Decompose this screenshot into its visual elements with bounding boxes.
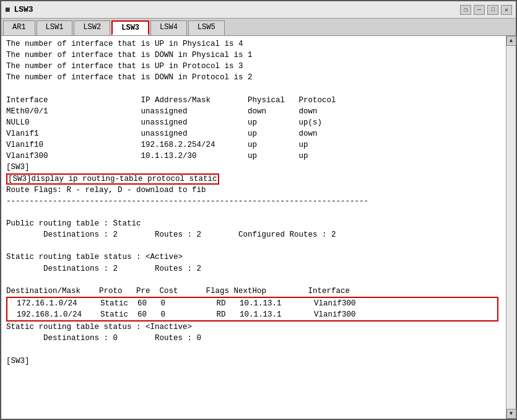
highlighted-command: [SW3]display ip routing-table protocol s… [6, 173, 219, 185]
table-header: Destination/Mask Proto Pre Cost Flags Ne… [6, 287, 350, 295]
cmd-line: [SW3]display ip routing-table protocol s… [6, 173, 219, 185]
inactive-destinations: Destinations : 0 Routes : 0 [6, 334, 201, 343]
restore-button[interactable]: ❐ [460, 5, 471, 15]
tab-ar1[interactable]: AR1 [3, 20, 35, 35]
active-destinations: Destinations : 2 Routes : 2 [6, 265, 201, 273]
scroll-up-button[interactable]: ▲ [506, 36, 516, 46]
dashes: ----------------------------------------… [6, 197, 368, 206]
title-bar-left: ■ LSW3 [5, 5, 33, 15]
line-3: The number of interface that is UP in Pr… [6, 62, 243, 71]
scrollbar: ▲ ▼ [506, 36, 516, 419]
prompt1: [SW3] [6, 163, 30, 172]
close-button[interactable]: ✕ [501, 5, 512, 15]
table-row-1: 172.16.1.0/24 Static 60 0 RD 10.1.13.1 V… [7, 299, 356, 308]
row-meth: MEth0/0/1 unassigned down down [6, 107, 318, 116]
tab-lsw3[interactable]: LSW3 [111, 20, 149, 35]
window-icon: ■ [5, 5, 10, 15]
line-4: The number of interface that is DOWN in … [6, 73, 253, 82]
iface-header: Interface IP Address/Mask Physical Proto… [6, 96, 336, 105]
table-rows: 172.16.1.0/24 Static 60 0 RD 10.1.13.1 V… [6, 297, 498, 322]
title-controls: ❐ — □ ✕ [460, 5, 512, 15]
prompt-final: [SW3] [6, 357, 30, 365]
row-vlanif10: Vlanif10 192.168.2.254/24 up up [6, 141, 308, 149]
route-flags: Route Flags: R - relay, D - download to … [6, 186, 206, 195]
scroll-down-button[interactable]: ▼ [506, 409, 516, 419]
tab-bar: AR1 LSW1 LSW2 LSW3 LSW4 LSW5 [1, 19, 516, 36]
minimize-button[interactable]: — [474, 5, 485, 15]
line-1: The number of interface that is UP in Ph… [6, 40, 243, 48]
content-area: The number of interface that is UP in Ph… [1, 36, 516, 419]
tab-lsw5[interactable]: LSW5 [188, 20, 225, 35]
main-window: ■ LSW3 ❐ — □ ✕ AR1 LSW1 LSW2 LSW3 LSW4 L… [0, 0, 517, 420]
pub-destinations: Destinations : 2 Routes : 2 Configured R… [6, 230, 336, 239]
table-row-2: 192.168.1.0/24 Static 60 0 RD 10.1.13.1 … [7, 310, 356, 319]
scroll-track[interactable] [506, 46, 516, 409]
maximize-button[interactable]: □ [487, 5, 498, 15]
row-null: NULL0 unassigned up up(s) [6, 118, 322, 127]
tab-lsw4[interactable]: LSW4 [150, 20, 187, 35]
window-title: LSW3 [14, 5, 33, 14]
row-vlanif1: Vlanif1 unassigned up down [6, 129, 318, 138]
static-active-label: Static routing table status : <Active> [6, 253, 183, 261]
tab-lsw2[interactable]: LSW2 [74, 20, 110, 35]
row-vlanif300: Vlanif300 10.1.13.2/30 up up [6, 152, 308, 160]
static-inactive-label: Static routing table status : <Inactive> [6, 323, 192, 331]
terminal[interactable]: The number of interface that is UP in Ph… [1, 36, 506, 419]
tab-lsw1[interactable]: LSW1 [37, 20, 73, 35]
line-2: The number of interface that is DOWN in … [6, 51, 253, 59]
title-bar: ■ LSW3 ❐ — □ ✕ [1, 1, 516, 19]
public-routing: Public routing table : Static [6, 219, 141, 228]
